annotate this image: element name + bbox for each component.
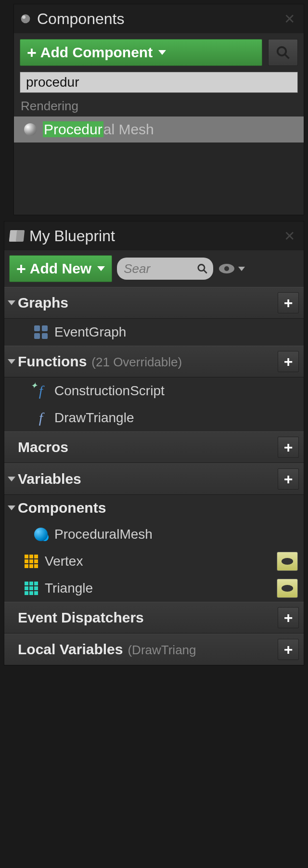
svg-point-0: [21, 14, 30, 24]
chevron-down-icon: [158, 50, 166, 55]
close-icon[interactable]: ✕: [280, 9, 299, 29]
macros-title: Macros: [9, 439, 274, 455]
component-search-input[interactable]: [20, 72, 298, 93]
search-icon: [276, 45, 290, 60]
item-proceduralmesh[interactable]: ProceduralMesh: [4, 521, 304, 548]
section-graphs[interactable]: Graphs +: [4, 287, 304, 319]
drawtriangle-label: DrawTriangle: [54, 410, 298, 426]
add-component-button[interactable]: + Add Component: [20, 39, 262, 66]
plus-icon: +: [16, 260, 26, 277]
visibility-toggle[interactable]: [277, 552, 298, 571]
visibility-filter[interactable]: [218, 263, 245, 274]
components-tab-icon: [19, 12, 32, 26]
add-local-variable-button[interactable]: +: [278, 639, 299, 660]
graphs-title: Graphs: [18, 295, 274, 311]
expander-icon: [8, 300, 15, 305]
empty-space: [14, 143, 304, 215]
constructionscript-label: ConstructionScript: [54, 383, 298, 399]
expander-icon: [8, 505, 15, 510]
add-macro-button[interactable]: +: [278, 437, 299, 458]
components-panel: Components ✕ + Add Component Rendering P…: [13, 4, 304, 215]
section-components[interactable]: Components: [4, 495, 304, 521]
item-eventgraph[interactable]: EventGraph: [4, 319, 304, 346]
graph-icon: [33, 324, 49, 340]
event-dispatchers-title: Event Dispatchers: [9, 609, 274, 626]
section-variables[interactable]: Variables +: [4, 463, 304, 495]
blueprint-toolbar: + Add New: [4, 250, 304, 287]
triangle-label: Triangle: [45, 581, 271, 596]
add-graph-button[interactable]: +: [278, 292, 299, 313]
add-dispatcher-button[interactable]: +: [278, 607, 299, 628]
section-macros[interactable]: Macros +: [4, 431, 304, 463]
search-button[interactable]: [268, 39, 298, 66]
chevron-down-icon: [97, 266, 105, 271]
search-row: [14, 72, 304, 96]
function-icon: ✦f: [33, 383, 49, 399]
result-procedural-mesh[interactable]: Procedural Mesh: [14, 117, 304, 143]
local-variables-title: Local Variables (DrawTriang: [9, 641, 274, 658]
add-variable-button[interactable]: +: [278, 468, 299, 490]
section-event-dispatchers[interactable]: Event Dispatchers +: [4, 602, 304, 634]
blueprint-tab-icon: [9, 228, 25, 244]
item-triangle[interactable]: Triangle: [4, 575, 304, 602]
blueprint-search[interactable]: [117, 258, 213, 280]
search-icon: [197, 262, 208, 275]
my-blueprint-panel: My Blueprint ✕ + Add New Graphs +: [4, 221, 304, 666]
section-functions[interactable]: Functions (21 Overridable) +: [4, 346, 304, 377]
proceduralmesh-label: ProceduralMesh: [54, 527, 298, 542]
components-tab-title[interactable]: Components: [37, 10, 275, 28]
add-new-label: Add New: [30, 260, 91, 277]
function-icon: f: [33, 410, 49, 426]
close-icon[interactable]: ✕: [280, 226, 299, 246]
mesh-icon: [23, 122, 38, 137]
vertex-label: Vertex: [45, 554, 271, 569]
tab-bar: Components ✕: [14, 4, 304, 33]
svg-line-5: [204, 270, 207, 273]
components-title: Components: [18, 500, 299, 516]
category-rendering: Rendering: [14, 96, 304, 117]
eye-icon: [218, 263, 235, 274]
result-label: Procedural Mesh: [43, 121, 154, 138]
item-vertex[interactable]: Vertex: [4, 548, 304, 575]
visibility-toggle[interactable]: [277, 579, 298, 598]
expander-icon: [8, 477, 15, 481]
eye-icon: [282, 585, 293, 592]
svg-point-7: [224, 266, 229, 271]
array-icon: [24, 554, 39, 569]
expander-icon: [8, 359, 15, 364]
eye-icon: [282, 558, 293, 565]
functions-title: Functions (21 Overridable): [18, 353, 274, 370]
add-component-label: Add Component: [40, 44, 153, 61]
svg-point-4: [198, 265, 204, 271]
components-toolbar: + Add Component: [14, 33, 304, 72]
array-icon: [24, 581, 39, 596]
eventgraph-label: EventGraph: [54, 324, 298, 340]
blueprint-search-input[interactable]: [123, 261, 196, 277]
component-icon: [33, 527, 49, 542]
blueprint-tab-bar: My Blueprint ✕: [4, 221, 304, 250]
svg-line-3: [285, 54, 289, 59]
section-local-variables[interactable]: Local Variables (DrawTriang +: [4, 634, 304, 665]
svg-point-1: [22, 15, 26, 19]
item-constructionscript[interactable]: ✦f ConstructionScript: [4, 377, 304, 404]
chevron-down-icon: [238, 267, 245, 271]
svg-point-2: [278, 47, 286, 56]
item-drawtriangle[interactable]: f DrawTriangle: [4, 404, 304, 431]
add-new-button[interactable]: + Add New: [9, 255, 112, 282]
plus-icon: +: [27, 44, 37, 61]
add-function-button[interactable]: +: [278, 351, 299, 372]
variables-title: Variables: [18, 471, 274, 487]
blueprint-tab-title[interactable]: My Blueprint: [29, 227, 275, 245]
